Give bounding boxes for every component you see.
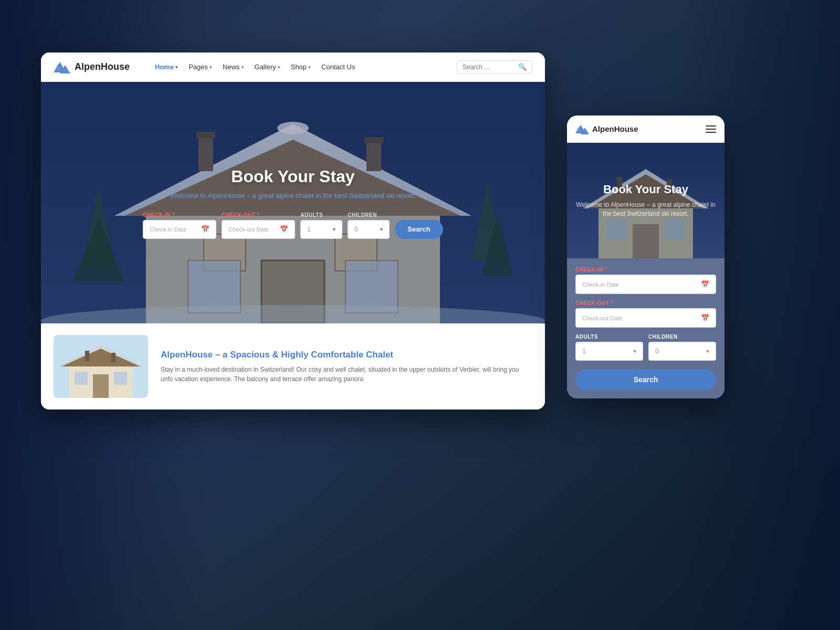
mobile-booking-form: CHECK-IN * Check-in Date 📅 CHECK-OUT * C…	[567, 258, 724, 398]
mobile-checkout-label: CHECK-OUT *	[575, 300, 716, 306]
mobile-brand-name: AlpenHouse	[592, 124, 638, 133]
checkin-label: CHECK-IN *	[143, 212, 216, 218]
calendar-icon: 📅	[280, 225, 288, 233]
calendar-icon: 📅	[701, 314, 709, 322]
checkout-group: CHECK-OUT * Check-out Date 📅	[222, 212, 295, 239]
mobile-checkout-input[interactable]: Check-out Date 📅	[575, 308, 716, 328]
chevron-down-icon: ▾	[308, 65, 311, 70]
adults-label: ADULTS	[300, 212, 342, 218]
mobile-hero-title: Book Your Stay	[603, 183, 688, 196]
svg-rect-31	[111, 353, 116, 362]
hamburger-menu-icon[interactable]	[706, 125, 716, 133]
calendar-icon: 📅	[701, 280, 709, 288]
svg-rect-29	[114, 372, 127, 385]
mobile-checkout-group: CHECK-OUT * Check-out Date 📅	[575, 300, 716, 328]
checkin-group: CHECK-IN * Check-in Date 📅	[143, 212, 216, 239]
mobile-hero-subtitle: Welcome to AlpenHouse – a great alpine c…	[575, 201, 716, 218]
search-icon: 🔍	[518, 63, 527, 71]
nav-link-contact[interactable]: Contact Us	[321, 63, 355, 71]
nav-link-news[interactable]: News ▾	[223, 63, 244, 71]
mobile-guests-row: ADULTS 1 ▾ CHILDREN 0 ▾	[575, 334, 716, 361]
chalet-thumbnail	[54, 335, 148, 398]
desktop-bottom-section: AlpenHouse – a Spacious & Highly Comfort…	[41, 323, 545, 410]
adults-group: ADULTS 1 ▾	[300, 212, 342, 239]
mobile-checkin-label: CHECK-IN *	[575, 267, 716, 272]
desktop-nav: AlpenHouse Home ▾ Pages ▾ News ▾ Gallery…	[41, 52, 545, 82]
calendar-icon: 📅	[201, 225, 209, 233]
mobile-checkin-input[interactable]: Check-in Date 📅	[575, 275, 716, 294]
mobile-adults-select[interactable]: 1 ▾	[575, 342, 643, 361]
chevron-down-icon: ▾	[706, 348, 709, 355]
children-select[interactable]: 0 ▾	[348, 220, 390, 239]
nav-link-home[interactable]: Home ▾	[155, 63, 178, 71]
hero-subtitle: Welcome to AlpenHouse – a great alpine c…	[170, 192, 416, 200]
chevron-down-icon: ▾	[333, 226, 335, 232]
svg-rect-30	[85, 351, 89, 361]
nav-link-pages[interactable]: Pages ▾	[188, 63, 212, 71]
mobile-nav: AlpenHouse	[567, 116, 724, 143]
chevron-down-icon: ▾	[175, 65, 178, 70]
checkin-input[interactable]: Check-in Date 📅	[143, 220, 216, 239]
adults-select[interactable]: 1 ▾	[300, 220, 342, 239]
mobile-search-button[interactable]: Search	[575, 369, 716, 390]
nav-link-shop[interactable]: Shop ▾	[291, 63, 311, 71]
mobile-adults-group: ADULTS 1 ▾	[575, 334, 643, 361]
mobile-adults-label: ADULTS	[575, 334, 643, 340]
children-group: CHILDREN 0 ▾	[348, 212, 390, 239]
mobile-children-label: CHILDREN	[648, 334, 716, 340]
mobile-brand: AlpenHouse	[575, 123, 638, 135]
nav-brand[interactable]: AlpenHouse	[54, 60, 130, 75]
hero-title: Book Your Stay	[170, 167, 416, 186]
nav-search-bar[interactable]: 🔍	[457, 60, 532, 74]
chalet-description: Stay in a much-loved destination in Swit…	[161, 365, 532, 384]
mobile-children-group: CHILDREN 0 ▾	[648, 334, 716, 361]
mobile-children-select[interactable]: 0 ▾	[648, 342, 716, 361]
chevron-down-icon: ▾	[633, 348, 636, 355]
chalet-info: AlpenHouse – a Spacious & Highly Comfort…	[161, 349, 532, 384]
nav-link-gallery[interactable]: Gallery ▾	[255, 63, 280, 71]
mobile-hero: Book Your Stay Welcome to AlpenHouse – a…	[567, 143, 724, 258]
checkout-label: CHECK-OUT *	[222, 212, 295, 218]
mobile-mockup: AlpenHouse Book	[567, 116, 724, 398]
svg-rect-22	[41, 82, 545, 323]
svg-rect-27	[93, 374, 109, 398]
desktop-hero: Book Your Stay Welcome to AlpenHouse – a…	[41, 82, 545, 323]
chevron-down-icon: ▾	[380, 226, 383, 232]
chalet-title: AlpenHouse – a Spacious & Highly Comfort…	[161, 349, 532, 361]
checkout-input[interactable]: Check-out Date 📅	[222, 220, 295, 239]
search-input[interactable]	[463, 64, 515, 71]
chevron-down-icon: ▾	[242, 65, 244, 70]
hero-content: Book Your Stay Welcome to AlpenHouse – a…	[170, 167, 416, 200]
chevron-down-icon: ▾	[278, 65, 280, 70]
mobile-brand-logo-icon	[575, 123, 589, 135]
children-label: CHILDREN	[348, 212, 390, 218]
nav-links: Home ▾ Pages ▾ News ▾ Gallery ▾ Shop ▾ C…	[155, 63, 440, 71]
mobile-checkin-group: CHECK-IN * Check-in Date 📅	[575, 267, 716, 294]
desktop-mockup: AlpenHouse Home ▾ Pages ▾ News ▾ Gallery…	[41, 52, 545, 410]
search-button[interactable]: Search	[395, 220, 443, 239]
svg-rect-28	[75, 372, 88, 385]
hero-house-illustration	[41, 82, 545, 323]
chevron-down-icon: ▾	[209, 65, 212, 70]
chalet-thumb-illustration	[54, 335, 148, 398]
booking-form: CHECK-IN * Check-in Date 📅 CHECK-OUT * C…	[143, 212, 443, 239]
brand-name: AlpenHouse	[75, 61, 130, 72]
brand-logo-icon	[54, 60, 70, 75]
